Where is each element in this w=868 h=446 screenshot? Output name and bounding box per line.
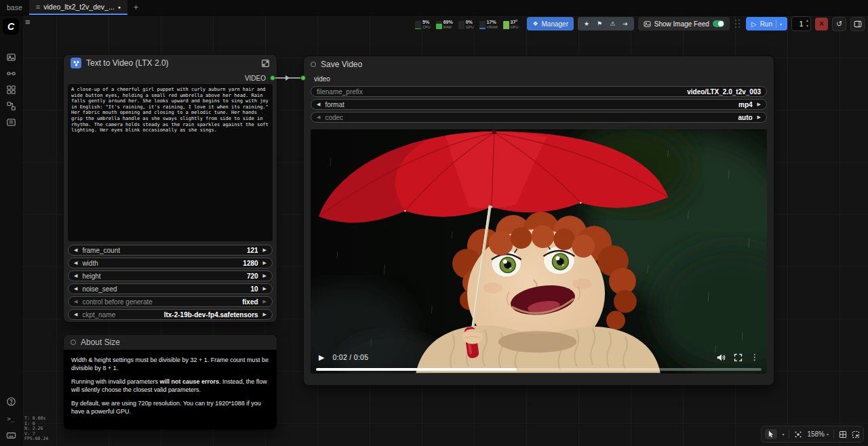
expand-icon[interactable] [261, 59, 270, 68]
volume-icon[interactable] [716, 353, 726, 362]
manager-button[interactable]: ❖ Manager [527, 17, 574, 31]
workflows-icon[interactable] [5, 117, 16, 127]
increment-icon[interactable]: ▶ [757, 102, 761, 107]
new-workflow-tab-button[interactable]: + [127, 0, 144, 15]
interrupt-button[interactable]: × [815, 18, 828, 31]
widget-label: noise_seed [82, 285, 117, 293]
kebab-menu-icon[interactable]: ⋮ [751, 352, 759, 362]
minimap-toggle-icon[interactable] [852, 430, 860, 439]
canvas-menu-icon[interactable]: ≡ [25, 17, 31, 27]
sidebar-toggle-button[interactable] [850, 17, 865, 31]
widget-noise-seed[interactable]: ◀ noise_seed 10 ▶ [68, 283, 273, 294]
show-image-feed-button[interactable]: Show Image Feed [638, 17, 730, 31]
system-monitor: 5%CPU 69%RAM 0%GPU 17%VRAM 37°GPU [410, 17, 523, 31]
widget-width[interactable]: ◀ width 1280 ▶ [68, 258, 273, 268]
tab-base[interactable]: base [0, 0, 29, 15]
canvas-zoom-toolbar: ▾ 158% ▾ [761, 426, 864, 443]
pointer-tool-chevron-icon[interactable]: ▾ [782, 432, 784, 437]
queue-icon[interactable] [5, 52, 16, 62]
note-paragraph: Running with invalid parameters will not… [71, 378, 269, 394]
node-save-video[interactable]: Save Video video filename_prefix video/L… [303, 56, 774, 386]
video-preview[interactable]: ▶ 0:02 / 0:05 ⋮ [311, 129, 767, 373]
node-about-size-note[interactable]: About Size Width & height settings must … [63, 334, 277, 430]
help-icon[interactable] [5, 396, 16, 407]
collapse-dot-icon[interactable] [311, 62, 316, 67]
widget-label: codec [325, 114, 343, 121]
monitor-ram: 69%RAM [436, 20, 453, 29]
run-options-chevron-icon[interactable]: ▾ [780, 22, 782, 26]
widget-height[interactable]: ◀ height 720 ▶ [68, 270, 273, 281]
increment-icon[interactable]: ▶ [263, 299, 267, 304]
node-header[interactable]: Save Video [304, 56, 774, 73]
widget-control-before-generate[interactable]: ◀ control before generate fixed ▶ [68, 296, 273, 307]
toolbar-drag-handle[interactable] [735, 20, 741, 28]
increment-icon[interactable]: ▶ [263, 260, 267, 266]
widget-codec[interactable]: ◀ codec auto ▶ [311, 112, 767, 123]
cursor-icon [768, 430, 774, 438]
node-header[interactable]: About Size [64, 335, 277, 350]
monitor-cpu: 5%CPU [415, 20, 431, 29]
batch-decrement-icon[interactable]: ▼ [806, 23, 809, 28]
tab-active-label: video_ltx2_t2v_dev_... [43, 3, 115, 11]
play-icon[interactable]: ▶ [319, 353, 324, 362]
prompt-textarea[interactable]: A close-up of a cheerful girl puppet wit… [68, 84, 273, 241]
decrement-icon[interactable]: ◀ [74, 273, 77, 279]
decrement-icon[interactable]: ◀ [317, 115, 320, 120]
video-progress-bar[interactable] [316, 368, 762, 371]
history-button[interactable]: ↺ [832, 17, 846, 31]
comfyui-logo[interactable]: C [3, 18, 19, 35]
widget-label: frame_count [82, 247, 120, 254]
keyboard-shortcuts-icon[interactable] [5, 430, 16, 441]
collapse-dot-icon[interactable] [71, 340, 76, 345]
zoom-chevron-icon[interactable]: ▾ [827, 432, 829, 437]
increment-icon[interactable]: ▶ [263, 286, 267, 291]
decrement-icon[interactable]: ◀ [74, 286, 77, 291]
flag-icon[interactable]: ⚑ [597, 20, 602, 27]
zoom-level-button[interactable]: 158% ▾ [807, 430, 829, 438]
widget-filename-prefix[interactable]: filename_prefix video/LTX_2.0_t2v_003 [311, 86, 767, 97]
decrement-icon[interactable]: ◀ [317, 102, 320, 107]
video-frame-puppet-scene [311, 129, 767, 373]
decrement-icon[interactable]: ◀ [74, 247, 77, 253]
increment-icon[interactable]: ▶ [263, 273, 267, 279]
tab-active-workflow[interactable]: ≡ video_ltx2_t2v_dev_... ● [29, 0, 127, 15]
batch-increment-icon[interactable]: ▲ [806, 18, 809, 23]
terminal-icon[interactable]: >_ [5, 413, 16, 424]
increment-icon[interactable]: ▶ [263, 312, 267, 317]
share-icon[interactable]: ➔ [623, 20, 628, 27]
cpu-bar [415, 21, 421, 29]
image-feed-toggle[interactable] [713, 20, 724, 27]
widget-frame-count[interactable]: ◀ frame_count 121 ▶ [68, 245, 273, 256]
node-library-icon[interactable] [5, 84, 16, 95]
warning-icon[interactable]: ⚠ [610, 20, 615, 27]
widget-ckpt-name[interactable]: ◀ ckpt_name ltx-2-19b-dev-fp4.safetensor… [68, 309, 273, 320]
star-icon[interactable]: ★ [584, 20, 589, 27]
gpu-bar [458, 21, 465, 29]
video-output-port[interactable] [270, 75, 275, 81]
node-links-icon[interactable] [5, 68, 16, 79]
node-text-to-video[interactable]: Text to Video (LTX 2.0) VIDEO A close-up… [63, 54, 277, 323]
history-icon: ↺ [836, 20, 842, 28]
widget-label: width [82, 260, 98, 267]
model-library-icon[interactable] [5, 100, 16, 111]
widget-value: 1280 [243, 260, 258, 267]
widget-format[interactable]: ◀ format mp4 ▶ [311, 99, 767, 110]
tab-base-label: base [7, 3, 22, 12]
widget-label: control before generate [82, 298, 152, 306]
widget-value: 10 [250, 285, 258, 293]
video-input-port[interactable] [300, 75, 306, 81]
manager-quick-icons: ★ ⚑ ⚠ ➔ [578, 17, 634, 31]
fit-view-icon[interactable] [794, 430, 802, 439]
fullscreen-icon[interactable] [734, 353, 743, 362]
increment-icon[interactable]: ▶ [757, 115, 761, 120]
increment-icon[interactable]: ▶ [263, 247, 267, 253]
grid-toggle-icon[interactable] [839, 430, 847, 439]
batch-count-input[interactable]: 1 ▲ ▼ [791, 16, 811, 31]
decrement-icon[interactable]: ◀ [74, 260, 77, 266]
decrement-icon[interactable]: ◀ [74, 312, 77, 317]
workflow-menu-icon[interactable]: ≡ [36, 3, 40, 11]
run-button[interactable]: ▷ Run ▾ [746, 17, 787, 31]
node-header[interactable]: Text to Video (LTX 2.0) [64, 55, 277, 71]
decrement-icon[interactable]: ◀ [74, 299, 77, 304]
pointer-tool-button[interactable] [765, 429, 777, 439]
